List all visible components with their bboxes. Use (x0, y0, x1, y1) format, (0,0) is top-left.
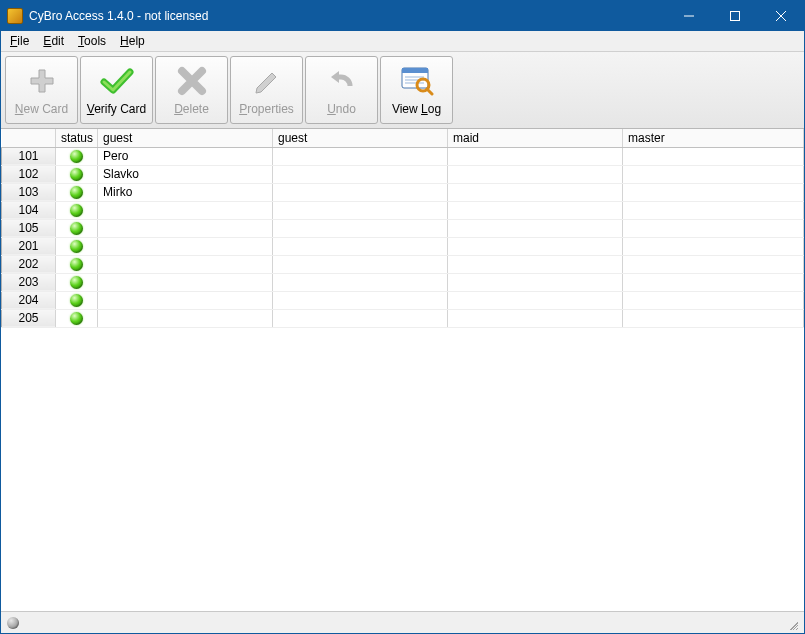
header-blank[interactable] (2, 129, 56, 147)
master-cell[interactable] (623, 201, 804, 219)
undo-label: Undo (327, 102, 356, 116)
guest1-cell[interactable]: Slavko (98, 165, 273, 183)
maid-cell[interactable] (448, 201, 623, 219)
guest1-cell[interactable]: Mirko (98, 183, 273, 201)
grid-area[interactable]: status guest guest maid master 101Pero10… (1, 129, 804, 611)
guest2-cell[interactable] (273, 183, 448, 201)
table-row[interactable]: 202 (2, 255, 804, 273)
maid-cell[interactable] (448, 273, 623, 291)
master-cell[interactable] (623, 219, 804, 237)
table-row[interactable]: 204 (2, 291, 804, 309)
status-led-icon (70, 294, 83, 307)
maid-cell[interactable] (448, 219, 623, 237)
header-status[interactable]: status (56, 129, 98, 147)
guest1-cell[interactable]: Pero (98, 147, 273, 165)
guest2-cell[interactable] (273, 309, 448, 327)
guest1-cell[interactable] (98, 237, 273, 255)
status-cell[interactable] (56, 273, 98, 291)
guest2-cell[interactable] (273, 291, 448, 309)
svg-line-10 (427, 89, 432, 94)
verify-card-button[interactable]: Verify Card (80, 56, 153, 124)
maid-cell[interactable] (448, 291, 623, 309)
table-row[interactable]: 103Mirko (2, 183, 804, 201)
master-cell[interactable] (623, 255, 804, 273)
maid-cell[interactable] (448, 309, 623, 327)
data-grid[interactable]: status guest guest maid master 101Pero10… (1, 129, 804, 328)
status-cell[interactable] (56, 147, 98, 165)
row-header[interactable]: 201 (2, 237, 56, 255)
guest1-cell[interactable] (98, 255, 273, 273)
menu-edit[interactable]: Edit (36, 32, 71, 50)
header-master[interactable]: master (623, 129, 804, 147)
row-header[interactable]: 101 (2, 147, 56, 165)
table-row[interactable]: 102Slavko (2, 165, 804, 183)
table-row[interactable]: 104 (2, 201, 804, 219)
minimize-button[interactable] (666, 1, 712, 31)
log-icon (400, 64, 434, 98)
delete-button[interactable]: Delete (155, 56, 228, 124)
row-header[interactable]: 103 (2, 183, 56, 201)
new-card-button[interactable]: New Card (5, 56, 78, 124)
guest1-cell[interactable] (98, 273, 273, 291)
status-cell[interactable] (56, 309, 98, 327)
table-row[interactable]: 105 (2, 219, 804, 237)
guest1-cell[interactable] (98, 201, 273, 219)
master-cell[interactable] (623, 183, 804, 201)
master-cell[interactable] (623, 165, 804, 183)
row-header[interactable]: 204 (2, 291, 56, 309)
view-log-button[interactable]: View Log (380, 56, 453, 124)
master-cell[interactable] (623, 291, 804, 309)
status-cell[interactable] (56, 219, 98, 237)
guest2-cell[interactable] (273, 255, 448, 273)
header-guest1[interactable]: guest (98, 129, 273, 147)
maid-cell[interactable] (448, 237, 623, 255)
maid-cell[interactable] (448, 255, 623, 273)
status-cell[interactable] (56, 165, 98, 183)
table-row[interactable]: 203 (2, 273, 804, 291)
guest2-cell[interactable] (273, 201, 448, 219)
maid-cell[interactable] (448, 183, 623, 201)
guest2-cell[interactable] (273, 165, 448, 183)
svg-rect-1 (731, 12, 740, 21)
status-cell[interactable] (56, 291, 98, 309)
status-cell[interactable] (56, 237, 98, 255)
row-header[interactable]: 202 (2, 255, 56, 273)
guest2-cell[interactable] (273, 147, 448, 165)
guest1-cell[interactable] (98, 219, 273, 237)
maid-cell[interactable] (448, 147, 623, 165)
row-header[interactable]: 105 (2, 219, 56, 237)
master-cell[interactable] (623, 309, 804, 327)
menu-tools[interactable]: Tools (71, 32, 113, 50)
row-header[interactable]: 205 (2, 309, 56, 327)
close-button[interactable] (758, 1, 804, 31)
row-header[interactable]: 102 (2, 165, 56, 183)
table-row[interactable]: 201 (2, 237, 804, 255)
status-cell[interactable] (56, 201, 98, 219)
table-row[interactable]: 205 (2, 309, 804, 327)
row-header[interactable]: 104 (2, 201, 56, 219)
guest2-cell[interactable] (273, 219, 448, 237)
undo-button[interactable]: Undo (305, 56, 378, 124)
row-header[interactable]: 203 (2, 273, 56, 291)
properties-button[interactable]: Properties (230, 56, 303, 124)
app-icon (7, 8, 23, 24)
titlebar[interactable]: CyBro Access 1.4.0 - not licensed (1, 1, 804, 31)
master-cell[interactable] (623, 147, 804, 165)
header-maid[interactable]: maid (448, 129, 623, 147)
status-led-icon (70, 168, 83, 181)
status-cell[interactable] (56, 183, 98, 201)
master-cell[interactable] (623, 237, 804, 255)
menu-file[interactable]: File (3, 32, 36, 50)
maximize-button[interactable] (712, 1, 758, 31)
master-cell[interactable] (623, 273, 804, 291)
guest2-cell[interactable] (273, 237, 448, 255)
status-cell[interactable] (56, 255, 98, 273)
header-guest2[interactable]: guest (273, 129, 448, 147)
table-row[interactable]: 101Pero (2, 147, 804, 165)
guest2-cell[interactable] (273, 273, 448, 291)
menu-help[interactable]: Help (113, 32, 152, 50)
guest1-cell[interactable] (98, 291, 273, 309)
guest1-cell[interactable] (98, 309, 273, 327)
resize-grip-icon[interactable] (784, 616, 798, 630)
maid-cell[interactable] (448, 165, 623, 183)
